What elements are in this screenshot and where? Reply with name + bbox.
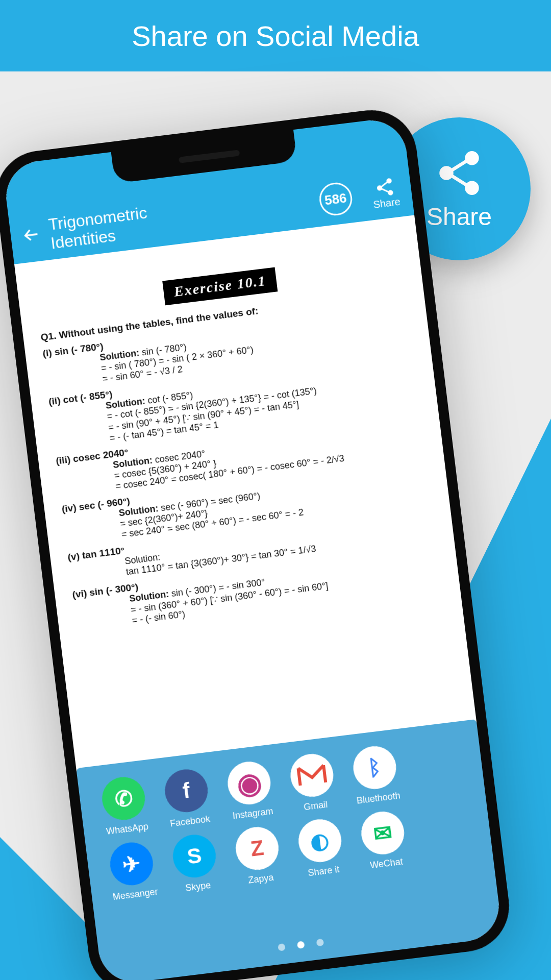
page-count-badge[interactable]: 586 — [317, 181, 354, 217]
svg-line-4 — [450, 175, 467, 186]
shareit-icon: ◐ — [296, 817, 344, 865]
share-app-wechat[interactable]: ✉WeChat — [359, 809, 408, 871]
share-icon — [434, 148, 485, 199]
arrow-left-icon — [22, 225, 41, 244]
share-app-shareit[interactable]: ◐Share it — [296, 817, 345, 879]
callout-label: Share — [427, 203, 492, 231]
svg-point-8 — [389, 190, 393, 194]
exercise-title: Exercise 10.1 — [162, 267, 278, 306]
share-app-zapya[interactable]: ZZapya — [233, 824, 283, 887]
whatsapp-icon: ✆ — [99, 775, 147, 823]
promo-banner: Share on Social Media — [0, 0, 551, 71]
back-button[interactable] — [22, 224, 42, 249]
facebook-icon: f — [162, 767, 210, 815]
page-dot[interactable] — [278, 943, 286, 951]
zapya-icon: Z — [233, 824, 281, 872]
share-app-facebook[interactable]: fFacebook — [162, 767, 212, 829]
svg-line-10 — [382, 187, 389, 192]
messenger-icon: ✈ — [108, 840, 156, 888]
share-app-messenger[interactable]: ✈Messanger — [107, 840, 159, 902]
share-icon — [373, 176, 396, 199]
share-app-gmail[interactable]: Gmail — [288, 751, 338, 814]
svg-line-9 — [381, 182, 388, 187]
page-dot[interactable] — [297, 941, 305, 949]
page-dot[interactable] — [316, 939, 324, 947]
svg-line-13 — [323, 765, 325, 782]
svg-line-3 — [450, 160, 467, 171]
svg-line-5 — [26, 234, 37, 235]
svg-line-12 — [298, 768, 300, 786]
gmail-icon — [288, 751, 336, 799]
page-indicator — [278, 939, 324, 951]
share-app-instagram[interactable]: ◉Instagram — [225, 759, 274, 821]
share-button[interactable]: Share — [370, 175, 401, 210]
document-content[interactable]: Exercise 10.1 Q1. Without using the tabl… — [14, 215, 480, 796]
share-app-whatsapp[interactable]: ✆WhatsApp — [99, 775, 149, 837]
instagram-icon: ◉ — [225, 759, 273, 807]
screen-title: Trigonometric Identities — [47, 204, 151, 253]
skype-icon: S — [170, 832, 218, 880]
share-app-skype[interactable]: SSkype — [170, 832, 220, 895]
promo-banner-text: Share on Social Media — [132, 19, 419, 53]
wechat-icon: ✉ — [359, 809, 407, 857]
bluetooth-icon: ᛒ — [351, 744, 399, 792]
share-app-bluetooth[interactable]: ᛒBluethooth — [350, 744, 401, 806]
